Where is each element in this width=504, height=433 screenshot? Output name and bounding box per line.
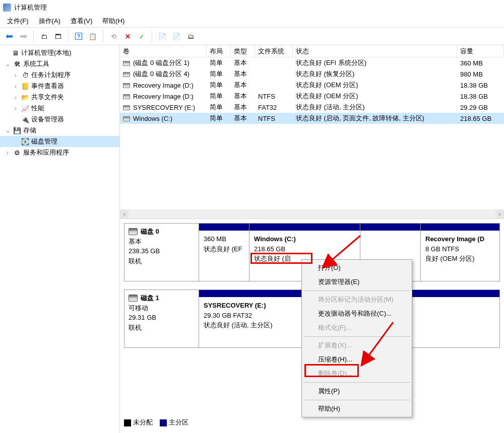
volume-cell: 360 MB bbox=[457, 59, 504, 67]
tree-label: 任务计划程序 bbox=[31, 70, 71, 80]
volume-cell: 基本 bbox=[231, 80, 255, 90]
separator bbox=[68, 31, 69, 42]
disk-info[interactable]: 磁盘 0 基本 238.35 GB 联机 bbox=[124, 224, 199, 281]
storage-icon: 💾 bbox=[13, 126, 21, 134]
volume-row[interactable]: Windows (C:)简单基本NTFS状态良好 (启动, 页面文件, 故障转储… bbox=[120, 113, 504, 124]
tree-disk-management[interactable]: 💽 磁盘管理 bbox=[0, 136, 119, 147]
col-layout[interactable]: 布局 bbox=[207, 45, 231, 57]
menu-file[interactable]: 文件(F) bbox=[2, 16, 34, 27]
tb-btn-b[interactable]: 📄 bbox=[170, 30, 182, 42]
partition-recovery-d[interactable]: Recovery Image (D 8 GB NTFS 良好 (OEM 分区) bbox=[421, 224, 499, 281]
legend-swatch-blue bbox=[160, 419, 167, 426]
volume-row[interactable]: (磁盘 0 磁盘分区 4)简单基本状态良好 (恢复分区)980 MB bbox=[120, 68, 504, 80]
col-type[interactable]: 类型 bbox=[231, 45, 255, 57]
help-icon: ? bbox=[75, 33, 82, 40]
disk-info[interactable]: 磁盘 1 可移动 29.31 GB 联机 bbox=[124, 290, 199, 347]
app-icon bbox=[3, 4, 11, 12]
volume-row[interactable]: Recovery Image (D:)简单基本状态良好 (OEM 分区)18.3… bbox=[120, 80, 504, 91]
tree-storage[interactable]: ⌄ 💾 存储 bbox=[0, 125, 119, 136]
separator bbox=[103, 31, 103, 42]
column-headers: 卷 布局 类型 文件系统 状态 容量 bbox=[120, 45, 504, 57]
chevron-right-icon[interactable]: › bbox=[12, 94, 19, 100]
chevron-right-icon[interactable]: › bbox=[12, 83, 19, 89]
tree-task-scheduler[interactable]: › ⏱ 任务计划程序 bbox=[0, 69, 119, 81]
partition-body[interactable]: 360 MB 状态良好 (EF bbox=[199, 231, 249, 281]
refresh-icon: ✓ bbox=[139, 33, 145, 40]
volume-cell: 简单 bbox=[207, 91, 231, 101]
volume-cell: 基本 bbox=[231, 113, 255, 123]
undo-button[interactable]: ⟲ bbox=[107, 30, 119, 42]
tree-system-tools[interactable]: ⌄ 🛠 系统工具 bbox=[0, 58, 119, 69]
undo-icon: ⟲ bbox=[111, 33, 116, 40]
volume-list[interactable]: 卷 布局 类型 文件系统 状态 容量 (磁盘 0 磁盘分区 1)简单基本状态良好… bbox=[120, 45, 504, 219]
list-button[interactable]: 📋 bbox=[87, 30, 99, 42]
tb-btn-c[interactable]: 🗂 bbox=[184, 30, 197, 42]
delete-button[interactable]: ✕ bbox=[121, 30, 134, 42]
partition-efi[interactable]: 360 MB 状态良好 (EF bbox=[199, 224, 249, 281]
disk-size: 29.31 GB bbox=[129, 313, 195, 323]
scroll-left-icon[interactable]: ‹ bbox=[120, 210, 129, 219]
show-hide-tree-button[interactable]: 🗀 bbox=[38, 30, 50, 42]
volume-row[interactable]: Recovery Image (D:)简单基本NTFS状态良好 (OEM 分区)… bbox=[120, 91, 504, 102]
disk-online: 联机 bbox=[129, 323, 195, 333]
scroll-right-icon[interactable]: › bbox=[495, 210, 504, 219]
tree-device-manager[interactable]: 🔌 设备管理器 bbox=[0, 114, 119, 125]
tree-shared-folders[interactable]: › 📂 共享文件夹 bbox=[0, 92, 119, 103]
partition-name: Windows (C:) bbox=[254, 234, 355, 244]
ctx-open[interactable]: 打开(O) bbox=[303, 261, 411, 275]
horizontal-scrollbar[interactable]: ‹ › bbox=[120, 209, 504, 219]
tree-label: 共享文件夹 bbox=[31, 93, 64, 102]
chevron-right-icon[interactable]: › bbox=[4, 150, 11, 156]
volume-cell: 18.38 GB bbox=[457, 92, 504, 101]
volume-icon bbox=[123, 72, 130, 77]
separator bbox=[303, 382, 410, 383]
col-filesystem[interactable]: 文件系统 bbox=[255, 45, 293, 57]
chevron-down-icon[interactable]: ⌄ bbox=[4, 61, 11, 67]
forward-button[interactable]: ➡ bbox=[17, 30, 29, 42]
volume-row[interactable]: SYSRECOVERY (E:)简单基本FAT32状态良好 (活动, 主分区)2… bbox=[120, 102, 504, 113]
tree-services-apps[interactable]: › ⚙ 服务和应用程序 bbox=[0, 147, 119, 158]
volume-cell: 18.38 GB bbox=[457, 81, 504, 90]
disk-icon bbox=[129, 295, 138, 302]
ctx-properties[interactable]: 属性(P) bbox=[303, 384, 411, 398]
doc-icon: 📄 bbox=[158, 33, 166, 40]
menu-action[interactable]: 操作(A) bbox=[34, 16, 66, 27]
help-button[interactable]: ? bbox=[73, 30, 85, 42]
chevron-right-icon[interactable]: › bbox=[12, 72, 19, 78]
ctx-help[interactable]: 帮助(H) bbox=[303, 402, 411, 416]
ctx-explorer[interactable]: 资源管理器(E) bbox=[303, 275, 411, 289]
menu-help[interactable]: 帮助(H) bbox=[97, 16, 130, 27]
partition-status: 良好 (OEM 分区) bbox=[425, 254, 495, 264]
menu-view[interactable]: 查看(V) bbox=[66, 16, 97, 27]
back-button[interactable]: ⬅ bbox=[3, 30, 15, 42]
separator bbox=[33, 31, 34, 42]
col-capacity[interactable]: 容量 bbox=[457, 45, 504, 57]
legend: 未分配 主分区 bbox=[124, 418, 188, 427]
col-volume[interactable]: 卷 bbox=[120, 45, 207, 57]
separator bbox=[152, 31, 152, 42]
legend-swatch-black bbox=[124, 419, 131, 426]
tree-event-viewer[interactable]: › 📒 事件查看器 bbox=[0, 81, 119, 92]
ctx-change-letter[interactable]: 更改驱动器号和路径(C)... bbox=[303, 307, 411, 321]
nav-tree[interactable]: 🖥 计算机管理(本地) ⌄ 🛠 系统工具 › ⏱ 任务计划程序 › 📒 事件查看… bbox=[0, 45, 120, 433]
partition-status: 状态良好 (EF bbox=[204, 244, 244, 254]
volume-cell: NTFS bbox=[255, 114, 293, 123]
properties-button[interactable]: 🗔 bbox=[52, 30, 64, 42]
chevron-right-icon[interactable]: › bbox=[12, 105, 19, 111]
panel-icon: 🗀 bbox=[41, 33, 47, 40]
volume-icon bbox=[123, 105, 130, 110]
tree-performance[interactable]: › 📈 性能 bbox=[0, 103, 119, 114]
performance-icon: 📈 bbox=[21, 104, 29, 112]
tree-root[interactable]: 🖥 计算机管理(本地) bbox=[0, 47, 119, 58]
ctx-shrink[interactable]: 压缩卷(H)... bbox=[303, 352, 411, 367]
partition-body[interactable]: Recovery Image (D 8 GB NTFS 良好 (OEM 分区) bbox=[421, 231, 499, 281]
tree-label: 设备管理器 bbox=[31, 115, 64, 124]
volume-row[interactable]: (磁盘 0 磁盘分区 1)简单基本状态良好 (EFI 系统分区)360 MB bbox=[120, 57, 504, 68]
legend-unallocated: 未分配 bbox=[124, 418, 153, 427]
refresh-button[interactable]: ✓ bbox=[136, 30, 148, 42]
tb-btn-a[interactable]: 📄 bbox=[156, 30, 168, 42]
col-status[interactable]: 状态 bbox=[293, 45, 457, 57]
chevron-down-icon[interactable]: ⌄ bbox=[4, 127, 11, 134]
context-menu[interactable]: 打开(O) 资源管理器(E) 将分区标记为活动分区(M) 更改驱动器号和路径(C… bbox=[301, 259, 412, 417]
partition-size: 218.65 GB bbox=[254, 244, 355, 254]
